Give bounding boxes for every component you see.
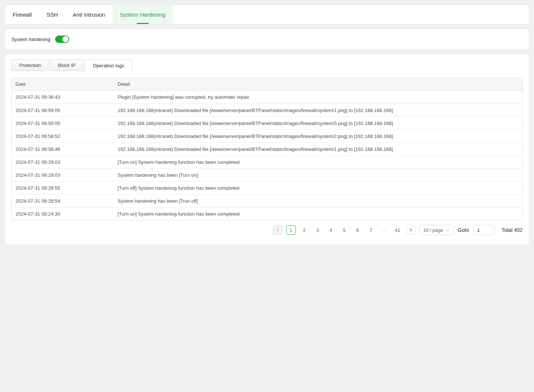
log-detail: System hardening has been [Trun off] [114, 194, 522, 207]
log-date: 2024-07-31 08:59:05 [12, 104, 114, 116]
table-row: 2024-07-31 08:58:46192.168.168.168(intra… [12, 142, 522, 155]
page-size-select[interactable]: 10 / page [419, 225, 453, 235]
subtab-operation-logs[interactable]: Operation logs [85, 60, 132, 72]
log-detail: 192.168.168.168(intranet) Downloaded fil… [114, 129, 522, 142]
chevron-left-icon [276, 228, 279, 232]
operation-logs-table: DateDetail 2024-07-31 09:36:43Plugin [Sy… [11, 78, 523, 220]
log-detail: Plugin [System hardening] was corrupted,… [114, 91, 522, 104]
subtab-block-ip[interactable]: Block IP [50, 60, 84, 71]
tab-ssh[interactable]: SSH [39, 5, 65, 24]
table-body: 2024-07-31 09:36:43Plugin [System harden… [12, 91, 522, 220]
pagination-next-button[interactable] [406, 225, 416, 235]
table-row: 2024-07-31 08:59:05192.168.168.168(intra… [12, 104, 522, 116]
pagination-page-1[interactable]: 1 [286, 225, 296, 235]
table-row: 2024-07-31 09:36:43Plugin [System harden… [12, 91, 522, 104]
pagination-page-6[interactable]: 6 [353, 225, 362, 235]
column-header-detail: Detail [114, 78, 522, 91]
pagination-page-3[interactable]: 3 [313, 225, 322, 235]
log-date: 2024-07-31 09:36:43 [12, 91, 114, 104]
tab-firewall[interactable]: Firewall [5, 5, 39, 24]
chevron-down-icon [446, 229, 449, 232]
tab-anti-intrusion[interactable]: Anti Intrusion [65, 5, 113, 24]
goto-label: Goto [458, 227, 469, 233]
log-date: 2024-07-31 08:28:55 [12, 181, 114, 194]
sub-tabbar: ProtectionBlock IPOperation logs [11, 60, 523, 72]
pagination-page-41[interactable]: 41 [393, 225, 402, 235]
page-size-value: 10 / page [423, 227, 443, 233]
log-detail: 192.168.168.168(intranet) Downloaded fil… [114, 116, 522, 129]
log-date: 2024-07-31 08:59:00 [12, 116, 114, 129]
log-date: 2024-07-31 08:58:46 [12, 142, 114, 155]
log-date: 2024-07-31 08:24:30 [12, 207, 114, 220]
log-detail: [Turn off] System hardening function has… [114, 181, 522, 194]
pagination: 1234567···41 10 / page Goto Total 402 [11, 225, 523, 235]
operation-logs-panel: ProtectionBlock IPOperation logs DateDet… [5, 54, 529, 244]
table-row: 2024-07-31 08:28:55[Turn off] System har… [12, 181, 522, 194]
pagination-ellipsis: ··· [379, 225, 389, 235]
pagination-page-5[interactable]: 5 [339, 225, 349, 235]
table-row: 2024-07-31 08:24:30[Turn on] System hard… [12, 207, 522, 220]
pagination-prev-button[interactable] [273, 225, 283, 235]
hardening-toggle-label: System hardening [11, 37, 50, 42]
goto-page-input[interactable] [473, 225, 495, 235]
table-row: 2024-07-31 08:29:03[Turn on] System hard… [12, 155, 522, 168]
total-count: Total 402 [501, 227, 523, 233]
table-row: 2024-07-31 08:58:52192.168.168.168(intra… [12, 129, 522, 142]
table-row: 2024-07-31 08:28:54System hardening has … [12, 194, 522, 207]
log-date: 2024-07-31 08:58:52 [12, 129, 114, 142]
column-header-date: Date [12, 78, 114, 91]
log-date: 2024-07-31 08:29:03 [12, 168, 114, 181]
hardening-toggle-switch[interactable] [55, 36, 69, 43]
log-detail: 192.168.168.168(intranet) Downloaded fil… [114, 104, 522, 116]
subtab-protection[interactable]: Protection [11, 60, 49, 71]
pagination-pages: 1234567···41 [286, 225, 402, 235]
log-date: 2024-07-31 08:29:03 [12, 155, 114, 168]
table-header-row: DateDetail [12, 78, 522, 91]
toggle-knob-icon [62, 36, 68, 42]
pagination-page-7[interactable]: 7 [366, 225, 376, 235]
top-tabbar: FirewallSSHAnti IntrusionSystem Hardenin… [5, 5, 529, 24]
log-detail: [Turn on] System hardening function has … [114, 155, 522, 168]
log-detail: 192.168.168.168(intranet) Downloaded fil… [114, 142, 522, 155]
pagination-page-2[interactable]: 2 [300, 225, 309, 235]
chevron-right-icon [409, 228, 412, 232]
table-row: 2024-07-31 08:29:03System hardening has … [12, 168, 522, 181]
log-detail: [Turn on] System hardening function has … [114, 207, 522, 220]
table-row: 2024-07-31 08:59:00192.168.168.168(intra… [12, 116, 522, 129]
log-date: 2024-07-31 08:28:54 [12, 194, 114, 207]
tab-system-hardening[interactable]: System Hardening [112, 5, 173, 24]
pagination-page-4[interactable]: 4 [326, 225, 336, 235]
log-detail: System hardening has been [Turn on] [114, 168, 522, 181]
hardening-toggle-card: System hardening [5, 29, 529, 49]
